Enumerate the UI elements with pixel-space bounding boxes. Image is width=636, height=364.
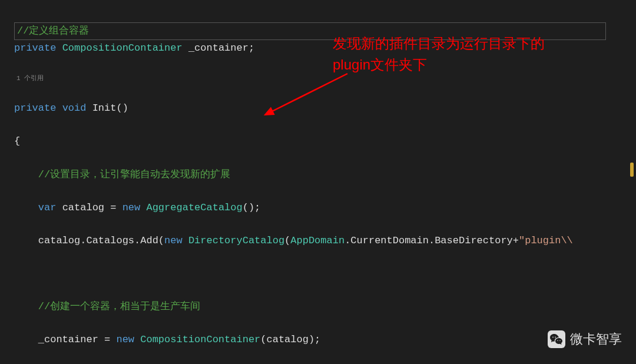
code-line: var catalog = new AggregateCatalog(); (14, 200, 636, 216)
code-line: //设置目录，让引擎能自动去发现新的扩展 (14, 167, 636, 183)
code-line: //创建一个容器，相当于是生产车间 (14, 299, 636, 315)
comment: //定义组合容器 (17, 25, 89, 37)
blank-line (14, 266, 636, 282)
code-line: { (14, 133, 636, 150)
code-line: catalog.Catalogs.Add(new DirectoryCatalo… (14, 233, 636, 249)
code-line: private void Init() (14, 100, 636, 117)
code-line: _container = new CompositionContainer(ca… (14, 332, 636, 348)
code-line: private CompositionContainer _container; (14, 40, 636, 57)
codelens-references[interactable]: 1 个引用 (14, 73, 636, 84)
scroll-indicator (630, 163, 634, 177)
highlighted-line: //定义组合容器 (14, 22, 606, 40)
code-editor[interactable]: //定义组合容器 private CompositionContainer _c… (0, 0, 636, 364)
wechat-icon (548, 330, 565, 348)
watermark: 微卡智享 (548, 329, 622, 350)
watermark-text: 微卡智享 (570, 329, 622, 350)
